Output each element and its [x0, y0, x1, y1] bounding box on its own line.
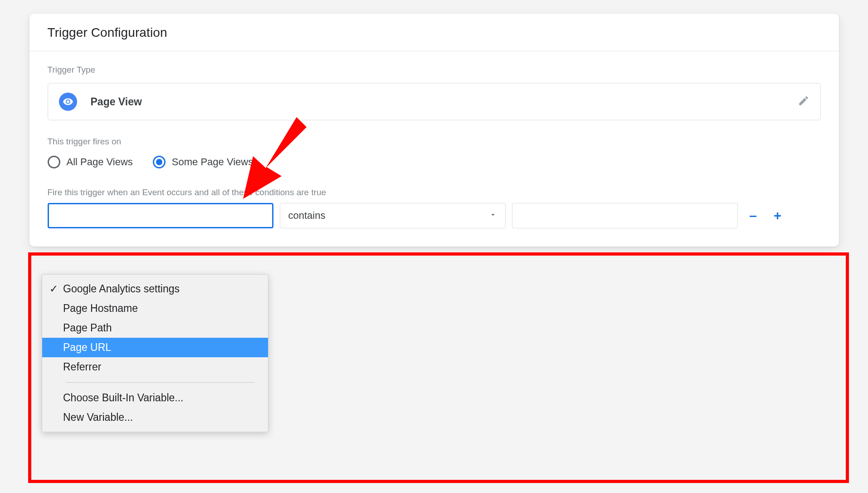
card-body: Trigger Type Page View This trigger fire…: [29, 51, 839, 246]
radio-circle-checked: [153, 156, 166, 168]
dropdown-item-label: New Variable...: [63, 411, 133, 424]
dropdown-item-page-hostname[interactable]: Page Hostname: [42, 299, 268, 318]
dropdown-item-page-path[interactable]: Page Path: [42, 318, 268, 338]
remove-condition-button[interactable]: –: [744, 207, 762, 225]
dropdown-item-newvar[interactable]: New Variable...: [42, 408, 268, 427]
card-header: Trigger Configuration: [29, 14, 839, 51]
dropdown-item-builtin[interactable]: Choose Built-In Variable...: [42, 388, 268, 408]
operator-value: contains: [288, 210, 326, 222]
trigger-type-label: Trigger Type: [48, 65, 821, 75]
conditions-label: Fire this trigger when an Event occurs a…: [48, 187, 821, 197]
add-condition-button[interactable]: +: [769, 207, 787, 225]
trigger-type-name: Page View: [91, 96, 142, 108]
dropdown-item-label: Referrer: [63, 361, 101, 373]
radio-some-page-views[interactable]: Some Page Views: [153, 156, 253, 168]
dropdown-item-label: Page Path: [63, 322, 112, 334]
trigger-type-box[interactable]: Page View: [48, 83, 821, 120]
trigger-config-card: Trigger Configuration Trigger Type Page …: [29, 14, 839, 246]
radio-row: All Page Views Some Page Views: [48, 156, 821, 168]
dropdown-item-label: Google Analytics settings: [63, 283, 180, 295]
operator-select[interactable]: contains: [280, 203, 506, 228]
dropdown-item-page-url[interactable]: Page URL: [42, 338, 268, 357]
radio-all-page-views[interactable]: All Page Views: [48, 156, 133, 168]
fires-on-label: This trigger fires on: [48, 137, 821, 147]
radio-label-all: All Page Views: [67, 156, 133, 168]
dropdown-item-ga-settings[interactable]: ✓ Google Analytics settings: [42, 279, 268, 299]
chevron-down-icon: [489, 210, 497, 222]
variable-dropdown[interactable]: ✓ Google Analytics settings Page Hostnam…: [42, 274, 268, 432]
dropdown-divider: [66, 382, 254, 383]
dropdown-item-label: Page URL: [63, 341, 111, 354]
condition-row: contains – +: [48, 203, 821, 228]
value-input[interactable]: [512, 203, 738, 228]
dropdown-item-label: Choose Built-In Variable...: [63, 392, 184, 404]
edit-icon[interactable]: [798, 95, 809, 108]
radio-circle-unchecked: [48, 156, 60, 168]
radio-label-some: Some Page Views: [172, 156, 253, 168]
dropdown-item-referrer[interactable]: Referrer: [42, 357, 268, 377]
variable-select[interactable]: [48, 203, 273, 228]
dropdown-item-label: Page Hostname: [63, 302, 138, 315]
card-title: Trigger Configuration: [48, 25, 821, 40]
page-view-icon: [59, 93, 77, 111]
check-icon: ✓: [49, 283, 59, 295]
